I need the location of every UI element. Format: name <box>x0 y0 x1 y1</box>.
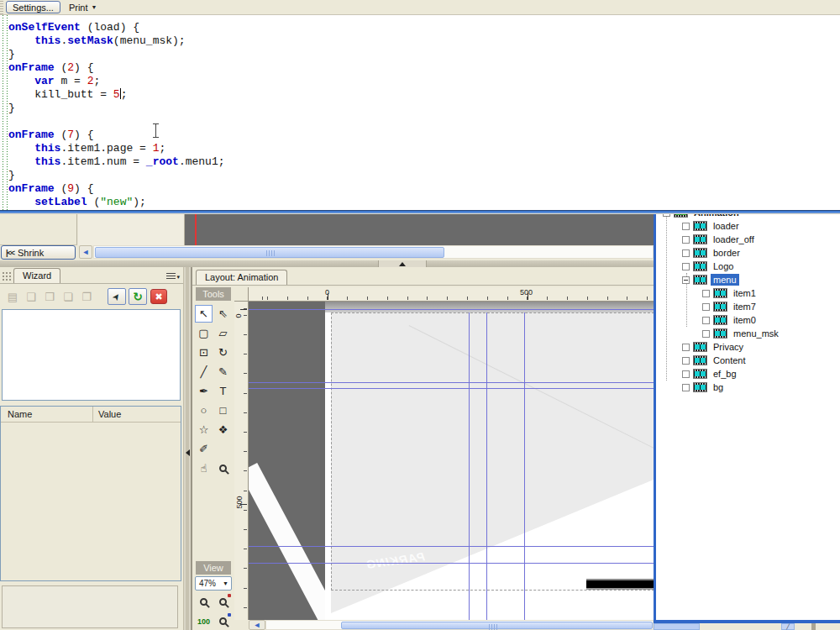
print-menu[interactable]: Print ▼ <box>69 3 97 13</box>
stage-viewport[interactable]: PARKING <box>249 302 654 620</box>
select-tool[interactable]: ↖ <box>195 305 213 323</box>
tree-item-label[interactable]: menu_msk <box>731 328 781 339</box>
knife-tool[interactable]: ✐ <box>195 440 213 458</box>
toolbar-grip[interactable] <box>0 1 3 14</box>
name-column-header[interactable]: Name <box>1 407 93 422</box>
value-column-header[interactable]: Value <box>93 409 121 419</box>
scale-tool[interactable]: ⊡ <box>195 344 213 361</box>
tree-item-loader_off[interactable]: loader_off <box>656 233 840 246</box>
tree-item-Logo[interactable]: Logo <box>656 260 840 273</box>
expand-box-icon[interactable] <box>702 330 710 338</box>
tree-item-label[interactable]: bg <box>711 381 726 393</box>
tree-item-label[interactable]: Logo <box>711 260 736 272</box>
text-tool[interactable]: T <box>214 382 232 400</box>
zoom-fit-button[interactable] <box>214 612 232 630</box>
tree-item-Privacy[interactable]: Privacy <box>656 340 840 354</box>
subselect-tool[interactable]: ⇖ <box>214 305 232 323</box>
code-line[interactable]: onFrame (9) { <box>8 182 224 196</box>
expand-box-icon[interactable] <box>702 317 710 324</box>
timeline-layers-cell[interactable] <box>0 214 77 245</box>
canvas-scroll-left-button[interactable]: ◄ <box>249 620 265 630</box>
collapse-box-icon[interactable] <box>682 276 690 284</box>
vertical-guide[interactable] <box>469 312 470 620</box>
code-line[interactable]: onFrame (7) { <box>8 129 224 142</box>
ellipse-tool[interactable]: ○ <box>195 402 213 419</box>
star-tool[interactable]: ☆ <box>195 421 213 438</box>
tree-item-label[interactable]: item7 <box>731 301 759 312</box>
zoom-selection-button[interactable] <box>214 593 232 611</box>
horizontal-guide[interactable] <box>249 546 654 547</box>
tree-item-ef_bg[interactable]: ef_bg <box>656 367 840 381</box>
expand-box-icon[interactable] <box>682 263 690 270</box>
autoshape-tool[interactable]: ❖ <box>214 421 232 438</box>
expand-box-icon[interactable] <box>682 370 690 378</box>
code-line[interactable] <box>8 115 224 129</box>
code-lines[interactable]: onSelfEvent (load) { this.setMask(menu_m… <box>8 21 224 209</box>
expand-box-icon[interactable] <box>702 290 710 297</box>
script-editor[interactable]: onSelfEvent (load) { this.setMask(menu_m… <box>0 15 840 210</box>
tree-item-item0[interactable]: item0 <box>656 313 840 327</box>
marquee-tool[interactable]: ▢ <box>195 324 213 342</box>
pencil-tool[interactable]: ✎ <box>214 363 232 381</box>
pen-tool[interactable]: ✒ <box>195 382 213 400</box>
splitter-collapse-arrow-icon[interactable] <box>186 449 190 456</box>
tree-scroll-button[interactable]: ╱ <box>781 623 795 630</box>
code-line[interactable]: onSelfEvent (load) { <box>8 21 224 34</box>
horizontal-guide[interactable] <box>249 563 654 564</box>
expand-box-icon[interactable] <box>682 223 690 230</box>
tree-item-menu_msk[interactable]: menu_msk <box>656 327 840 340</box>
rect-tool[interactable]: □ <box>214 402 232 419</box>
tree-item-item7[interactable]: item7 <box>656 300 840 313</box>
tree-item-label[interactable]: loader <box>711 220 742 232</box>
wizard-list-box[interactable] <box>2 309 181 401</box>
tree-item-label[interactable]: Content <box>711 354 748 366</box>
run-wizard-button[interactable]: ➤ <box>108 288 126 305</box>
horizontal-guide[interactable] <box>249 382 654 383</box>
zoom-window-button[interactable] <box>195 593 213 611</box>
tree-item-border[interactable]: border <box>656 246 840 260</box>
code-line[interactable]: this.setMask(menu_msk); <box>8 34 224 48</box>
timeline-scroll-left-button[interactable]: ◄ <box>79 245 92 259</box>
tree-item-label[interactable]: item0 <box>731 314 759 326</box>
outline-tree-window[interactable]: Animationloaderloader_offborderLogomenui… <box>654 213 840 623</box>
line-tool[interactable]: ╱ <box>195 363 213 381</box>
timeline-playhead[interactable] <box>195 214 197 245</box>
rotate-tool[interactable]: ↻ <box>214 344 232 361</box>
expand-box-icon[interactable] <box>682 384 690 391</box>
tree-item-label[interactable]: item1 <box>731 287 759 299</box>
timeline-layers-cell2[interactable] <box>78 214 185 245</box>
close-button[interactable]: ✖ <box>150 289 167 304</box>
zoom-100-button[interactable]: 100 <box>195 612 213 630</box>
expand-box-icon[interactable] <box>682 236 690 244</box>
vertical-splitter[interactable] <box>183 267 192 630</box>
tree-item-label[interactable]: border <box>711 247 743 259</box>
hand-tool[interactable]: ☝ <box>195 459 213 477</box>
tree-item-label[interactable]: ef_bg <box>711 368 739 380</box>
refresh-button[interactable]: ↻ <box>129 288 147 305</box>
tree-item-bg[interactable]: bg <box>656 381 840 394</box>
vertical-guide[interactable] <box>486 312 487 620</box>
canvas-scrollbar-track[interactable] <box>265 620 654 630</box>
horizontal-guide[interactable] <box>249 309 654 310</box>
code-line[interactable]: } <box>8 102 224 115</box>
tab-layout-animation[interactable]: Layout: Animation <box>196 270 287 285</box>
timeline-scrollbar-track[interactable] <box>93 245 654 259</box>
tab-wizard[interactable]: Wizard <box>13 268 60 283</box>
expand-box-icon[interactable] <box>682 344 690 351</box>
code-line[interactable]: } <box>8 169 224 182</box>
zoom-tool[interactable] <box>214 459 232 477</box>
collapse-handle[interactable] <box>378 260 427 267</box>
shrink-button[interactable]: |<< Shrink <box>1 245 76 260</box>
tree-item-item1[interactable]: item1 <box>656 286 840 300</box>
properties-table[interactable]: Name Value <box>0 406 181 581</box>
timeline-scrollbar-thumb[interactable] <box>95 247 444 258</box>
code-line[interactable]: setLabel ("new"); <box>8 196 224 209</box>
expand-box-icon[interactable] <box>682 249 690 257</box>
code-line[interactable]: this.item1.page = 1; <box>8 142 224 155</box>
panel-menu-button[interactable]: ▾ <box>166 273 180 281</box>
expand-box-icon[interactable] <box>682 357 690 365</box>
zoom-level-dropdown[interactable]: 47% ▼ <box>195 576 232 591</box>
code-line[interactable]: onFrame (2) { <box>8 61 224 75</box>
code-line[interactable]: } <box>8 48 224 61</box>
settings-button[interactable]: Settings... <box>6 1 60 13</box>
